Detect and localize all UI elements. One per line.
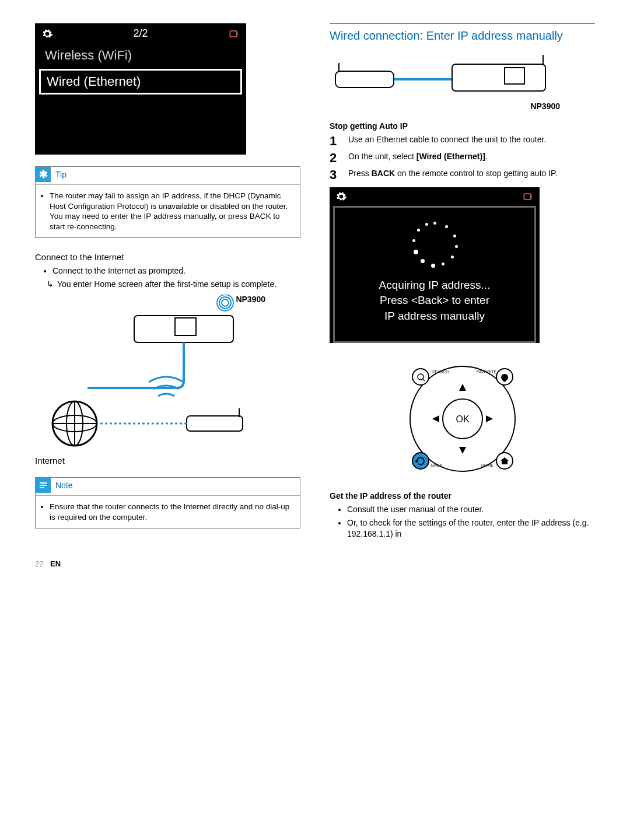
router-unit-diagram: NP3900 <box>330 49 595 111</box>
ok-label: OK <box>456 414 469 424</box>
svg-point-2 <box>222 299 229 306</box>
page-lang: EN <box>50 559 61 568</box>
tip-icon: ✱ <box>36 167 51 182</box>
tip-callout: ✱ Tip The router may fail to assign an I… <box>35 166 300 238</box>
gear-icon <box>41 28 53 40</box>
page-number: 22 <box>35 559 43 568</box>
remote-control: OK SEARCH FAVORITE BACK <box>330 360 595 477</box>
get-ip-b1: Consult the user manual of the router. <box>347 504 595 515</box>
internet-label: Internet <box>35 456 300 466</box>
spinner-line3: IP address manually <box>346 309 523 324</box>
connect-internet-sub1: You enter Home screen after the first-ti… <box>57 279 276 290</box>
get-ip-heading: Get the IP address of the router <box>330 491 595 501</box>
svg-rect-0 <box>230 31 237 37</box>
wired-manual-heading: Wired connection: Enter IP address manua… <box>330 29 595 43</box>
note-icon <box>36 478 51 493</box>
favorite-label: FAVORITE <box>477 370 496 374</box>
get-ip-b2: Or, to check for the settings of the rou… <box>347 517 595 540</box>
svg-point-32 <box>412 369 429 385</box>
svg-rect-24 <box>524 194 531 200</box>
note-body: Ensure that the router connects to the I… <box>50 502 294 522</box>
step-1: Use an Ethernet cable to connect the uni… <box>330 134 595 145</box>
np3900-label: NP3900 <box>236 295 265 304</box>
svg-rect-22 <box>505 68 524 84</box>
connect-internet-heading: Connect to the Internet <box>35 252 300 262</box>
spinner-icon <box>411 222 458 268</box>
battery-icon <box>228 29 240 39</box>
svg-rect-7 <box>187 416 243 431</box>
page-footer: 22 EN <box>35 559 595 568</box>
step-2: On the unit, select [Wired (Ethernet)]. <box>330 151 595 162</box>
svg-rect-6 <box>175 318 196 335</box>
svg-rect-21 <box>452 64 545 91</box>
acquiring-ip-screen: Acquiring IP address... Press <Back> to … <box>330 187 540 344</box>
tip-title: Tip <box>55 170 66 179</box>
device-menu-screen: 2/2 Wireless (WiFi) Wired (Ethernet) <box>35 23 246 155</box>
tip-body: The router may fail to assign an IP addr… <box>50 191 294 232</box>
stop-auto-ip-heading: Stop getting Auto IP <box>330 121 595 131</box>
result-arrow-icon: ↳ <box>47 279 54 290</box>
connect-internet-b1: Connect to the Internet as prompted. <box>52 265 300 276</box>
menu-item-ethernet[interactable]: Wired (Ethernet) <box>39 69 242 94</box>
svg-rect-18 <box>335 71 394 88</box>
internet-diagram: NP3900 <box>35 295 300 452</box>
spinner-line2: Press <Back> to enter <box>346 293 523 309</box>
battery-icon <box>522 191 534 202</box>
step-3: Press BACK on the remote control to stop… <box>330 168 595 179</box>
home-label: HOME <box>481 463 494 467</box>
search-label: SEARCH <box>432 370 449 374</box>
svg-rect-1 <box>237 33 238 34</box>
note-title: Note <box>55 481 73 490</box>
menu-item-wifi[interactable]: Wireless (WiFi) <box>36 43 246 68</box>
back-label: BACK <box>431 463 442 467</box>
page-indicator: 2/2 <box>53 27 228 40</box>
spinner-line1: Acquiring IP address... <box>346 278 523 293</box>
np3900-label-2: NP3900 <box>330 102 595 111</box>
gear-icon <box>335 191 347 202</box>
note-callout: Note Ensure that the router connects to … <box>35 477 300 528</box>
svg-rect-25 <box>531 195 532 197</box>
